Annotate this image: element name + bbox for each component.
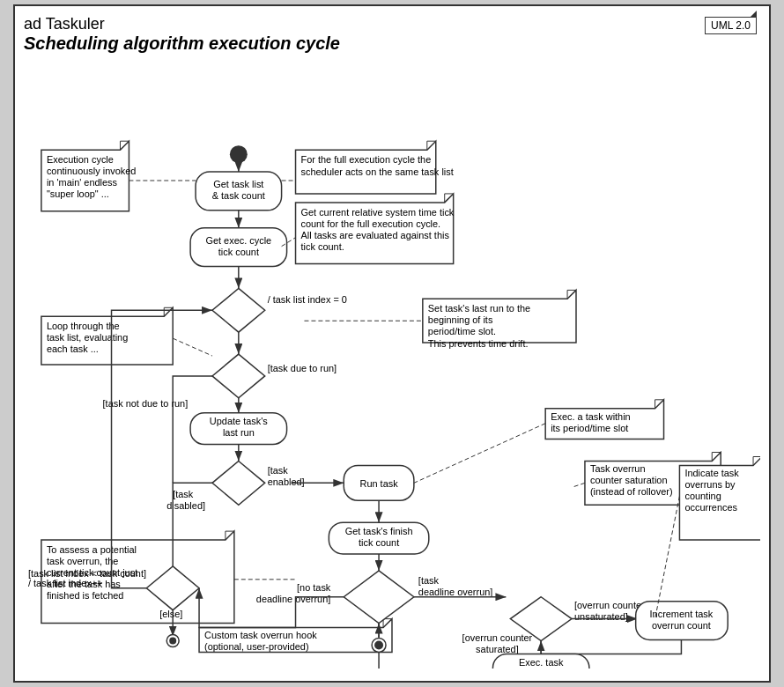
guard-saturated: [overrun counter bbox=[462, 632, 533, 643]
svg-text:Get exec. cycle: Get exec. cycle bbox=[205, 235, 271, 246]
note-full-cycle: For the full execution cycle the schedul… bbox=[296, 141, 454, 194]
diagram-container: ad Taskuler Scheduling algorithm executi… bbox=[13, 4, 771, 683]
svg-text:Indicate task: Indicate task bbox=[684, 468, 739, 478]
svg-text:Loop through the: Loop through the bbox=[47, 321, 120, 331]
svg-text:Custom task overrun hook: Custom task overrun hook bbox=[204, 631, 317, 641]
title-area: ad Taskuler Scheduling algorithm executi… bbox=[24, 15, 760, 54]
diagram-title: ad Taskuler bbox=[24, 15, 760, 33]
svg-text:& task count: & task count bbox=[212, 190, 265, 201]
diagram-svg: Execution cycle continuously invoked in … bbox=[24, 61, 760, 669]
svg-text:Run task: Run task bbox=[359, 478, 398, 489]
action-run-task: Run task bbox=[344, 465, 414, 500]
uml-version-badge: UML 2.0 bbox=[705, 17, 757, 34]
action-increment-overrun: Increment task overrun count bbox=[636, 602, 729, 640]
dashed-note-exec bbox=[414, 424, 545, 484]
guard-overrun2: deadline overrun] bbox=[418, 587, 493, 597]
svg-text:Exec. a task within: Exec. a task within bbox=[551, 411, 631, 422]
guard-saturated2: saturated] bbox=[476, 644, 519, 654]
guard-unsaturated: [overrun counter bbox=[574, 600, 645, 610]
action-update-last-run: Update task's last run bbox=[190, 413, 286, 445]
diamond-deadline-overrun bbox=[344, 571, 414, 624]
svg-text:each task ...: each task ... bbox=[47, 344, 99, 354]
svg-text:its period/time slot: its period/time slot bbox=[551, 423, 628, 433]
diamond-task-enabled bbox=[212, 461, 265, 505]
guard-else: [else] bbox=[159, 609, 182, 619]
svg-text:For the full execution cycle t: For the full execution cycle the bbox=[300, 154, 431, 165]
arrow-increment-to-hook bbox=[541, 640, 681, 654]
final-node-outer bbox=[374, 641, 383, 650]
note-indicate-overruns: Indicate task overruns by counting occur… bbox=[679, 457, 760, 541]
initial-node bbox=[230, 145, 248, 163]
note-loop: Loop through the task list, evaluating e… bbox=[41, 307, 173, 365]
diagram-subtitle: Scheduling algorithm execution cycle bbox=[24, 33, 760, 54]
svg-text:Exec. task: Exec. task bbox=[519, 657, 564, 668]
guard-disabled: [task bbox=[173, 489, 194, 499]
svg-text:Increment task: Increment task bbox=[650, 609, 714, 619]
diamond-outer-loop bbox=[212, 288, 265, 332]
svg-text:task overrun, the: task overrun, the bbox=[47, 556, 118, 566]
guard-unsaturated2: unsaturated] bbox=[574, 611, 628, 622]
svg-text:All tasks are evaluated agains: All tasks are evaluated against this bbox=[300, 230, 449, 240]
final-node2-outer bbox=[169, 638, 176, 645]
svg-text:task list, evaluating: task list, evaluating bbox=[47, 332, 128, 343]
dashed-note-saturation bbox=[572, 483, 585, 487]
svg-text:(instead of rollover): (instead of rollover) bbox=[590, 486, 673, 497]
svg-text:tick count.: tick count. bbox=[300, 241, 344, 252]
svg-text:Execution cycle: Execution cycle bbox=[47, 154, 114, 165]
svg-text:overruns by: overruns by bbox=[684, 479, 736, 490]
guard-no-overrun2: deadline overrun] bbox=[256, 594, 331, 604]
svg-text:This prevents time drift.: This prevents time drift. bbox=[428, 338, 529, 349]
svg-text:Set task's last run to the: Set task's last run to the bbox=[428, 303, 530, 314]
svg-text:To assess a potential: To assess a potential bbox=[47, 544, 137, 555]
dashed-note-indicate bbox=[655, 496, 680, 618]
svg-text:counting: counting bbox=[684, 491, 721, 501]
svg-text:counter saturation: counter saturation bbox=[590, 475, 668, 485]
action-get-exec-cycle: Get exec. cycle tick count bbox=[190, 228, 286, 267]
svg-text:Task overrun: Task overrun bbox=[590, 463, 646, 474]
svg-text:scheduler acts on the same tas: scheduler acts on the same task list bbox=[300, 166, 453, 177]
svg-text:tick count: tick count bbox=[218, 247, 259, 257]
note-execution-cycle: Execution cycle continuously invoked in … bbox=[41, 141, 137, 211]
svg-text:Get current relative system ti: Get current relative system time tick bbox=[300, 207, 454, 218]
svg-text:Update task's: Update task's bbox=[210, 416, 268, 426]
svg-text:(optional, user-provided): (optional, user-provided) bbox=[204, 641, 309, 652]
svg-text:finished is fetched: finished is fetched bbox=[47, 590, 124, 601]
action-get-finish-tick: Get task's finish tick count bbox=[329, 522, 428, 554]
svg-text:"super loop" ...: "super loop" ... bbox=[47, 188, 109, 199]
svg-text:Get task's finish: Get task's finish bbox=[345, 526, 413, 536]
diamond-task-due bbox=[212, 354, 265, 398]
svg-text:occurrences: occurrences bbox=[684, 502, 737, 513]
guard-no-overrun: [no task bbox=[297, 582, 331, 593]
note-last-run: Set task's last run to the beginning of … bbox=[423, 290, 576, 349]
note-tick-count: Get current relative system time tick co… bbox=[296, 194, 455, 264]
action-get-task-list: Get task list & task count bbox=[196, 172, 282, 211]
guard-index-0: / task list index = 0 bbox=[268, 294, 347, 305]
svg-text:last run: last run bbox=[223, 427, 255, 438]
svg-text:period/time slot.: period/time slot. bbox=[428, 326, 496, 336]
guard-enabled: [task bbox=[268, 465, 289, 476]
svg-text:tick count: tick count bbox=[359, 537, 399, 548]
dashed-note-loop bbox=[173, 338, 212, 356]
svg-text:overrun count: overrun count bbox=[652, 620, 711, 631]
svg-text:in 'main' endless: in 'main' endless bbox=[47, 177, 118, 188]
svg-text:continuously invoked: continuously invoked bbox=[47, 166, 137, 176]
merge-point bbox=[378, 636, 380, 638]
guard-task-due: [task due to run] bbox=[268, 363, 337, 373]
svg-text:count for the full execution c: count for the full execution cycle. bbox=[300, 218, 440, 229]
svg-text:Get task list: Get task list bbox=[213, 179, 263, 189]
guard-task-not-due: [task not due to run] bbox=[103, 398, 189, 409]
guard-loop-continue2: / task list index++ bbox=[28, 578, 103, 588]
note-exec-task: Exec. a task within its period/time slot bbox=[545, 400, 663, 440]
action-exec-overrun-hook: Exec. task overrun hook bbox=[492, 654, 588, 669]
guard-enabled2: enabled] bbox=[268, 476, 305, 487]
svg-text:beginning of its: beginning of its bbox=[428, 314, 493, 325]
guard-overrun: [task bbox=[418, 575, 440, 586]
